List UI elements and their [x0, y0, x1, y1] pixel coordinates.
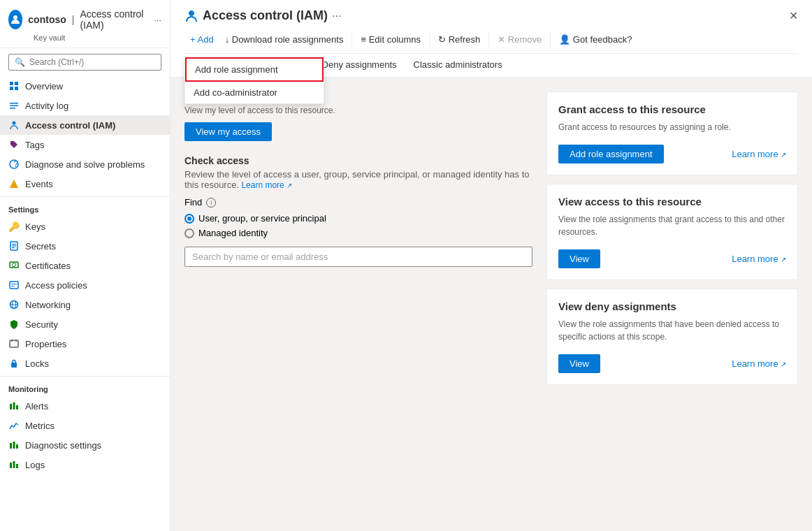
- feedback-button[interactable]: 👤 Got feedback?: [553, 31, 637, 48]
- networking-icon: [8, 299, 20, 310]
- svg-rect-33: [16, 444, 18, 449]
- iam-icon: [8, 119, 20, 131]
- view-deny-desc: View the role assignments that have been…: [558, 318, 786, 343]
- svg-rect-7: [10, 108, 15, 109]
- radio-group: User, group, or service principal Manage…: [184, 213, 532, 238]
- svg-rect-27: [11, 363, 17, 368]
- toolbar: + Add Add role assignment Add co-adminis…: [184, 29, 798, 53]
- tags-icon: [8, 139, 20, 150]
- svg-rect-13: [12, 244, 16, 245]
- svg-point-8: [13, 122, 16, 125]
- grant-access-desc: Grant access to resources by assigning a…: [558, 121, 786, 133]
- certs-icon: [8, 260, 20, 271]
- remove-button[interactable]: ✕ Remove: [492, 31, 547, 48]
- sidebar-item-label: Certificates: [25, 261, 71, 271]
- sidebar-item-label: Logs: [25, 460, 45, 470]
- page-title-icon: [184, 9, 198, 23]
- add-button[interactable]: + Add: [184, 31, 219, 48]
- search-box[interactable]: 🔍: [8, 54, 161, 71]
- download-button[interactable]: ↓ Download role assignments: [219, 31, 349, 48]
- overview-icon: [8, 80, 20, 92]
- sidebar-item-label: Metrics: [25, 421, 55, 431]
- tab-deny-assignments[interactable]: Deny assignments: [314, 54, 405, 77]
- view-access-card: View access to this resource View the ro…: [546, 184, 798, 280]
- view-access-button[interactable]: View: [558, 249, 600, 268]
- svg-point-17: [13, 263, 16, 267]
- edit-columns-button[interactable]: ≡ Edit columns: [355, 31, 426, 48]
- sidebar-item-activity-log[interactable]: Activity log: [0, 96, 170, 115]
- sidebar-item-security[interactable]: Security: [0, 314, 170, 334]
- svg-rect-36: [16, 464, 18, 468]
- view-deny-learn-more[interactable]: Learn more ↗: [732, 358, 786, 369]
- sidebar-item-diagnostic-settings[interactable]: Diagnostic settings: [0, 435, 170, 455]
- search-input[interactable]: [29, 57, 155, 67]
- ellipsis-icon[interactable]: ···: [154, 15, 161, 25]
- sidebar-item-label: Overview: [25, 81, 63, 92]
- svg-rect-24: [10, 340, 18, 347]
- svg-rect-19: [11, 284, 17, 284]
- ext-link-icon: ↗: [781, 151, 786, 159]
- sidebar-item-access-policies[interactable]: Access policies: [0, 275, 170, 295]
- sidebar-item-label: Locks: [25, 358, 49, 369]
- sidebar-item-metrics[interactable]: Metrics: [0, 416, 170, 435]
- svg-rect-35: [13, 461, 15, 468]
- close-button[interactable]: ✕: [789, 9, 798, 22]
- content-left: My access View my level of access to thi…: [184, 92, 532, 517]
- sidebar-item-networking[interactable]: Networking: [0, 295, 170, 314]
- radio-label-user-group-sp: User, group, or service principal: [198, 213, 326, 224]
- radio-managed-identity[interactable]: Managed identity: [184, 228, 532, 238]
- svg-rect-15: [12, 247, 15, 248]
- sidebar-item-locks[interactable]: Locks: [0, 354, 170, 373]
- sidebar-item-diagnose[interactable]: ? Diagnose and solve problems: [0, 154, 170, 174]
- sidebar-item-keys[interactable]: 🔑 Keys: [0, 217, 170, 236]
- policies-icon: [8, 279, 20, 291]
- sidebar-item-tags[interactable]: Tags: [0, 135, 170, 154]
- check-access-learn-more[interactable]: Learn more: [241, 180, 284, 190]
- main-content: Access control (IAM) ··· ✕ + Add Add rol…: [171, 0, 812, 531]
- radio-user-group-sp[interactable]: User, group, or service principal: [184, 213, 532, 224]
- check-access-title: Check access: [184, 155, 532, 166]
- check-access-search-input[interactable]: [184, 247, 532, 267]
- sidebar-item-secrets[interactable]: Secrets: [0, 236, 170, 256]
- view-deny-button[interactable]: View: [558, 354, 600, 373]
- tab-classic-admins[interactable]: Classic administrators: [405, 54, 511, 77]
- view-deny-card: View deny assignments View the role assi…: [546, 289, 798, 385]
- grant-access-card: Grant access to this resource Grant acce…: [546, 92, 798, 175]
- settings-section-header: Settings: [0, 196, 170, 217]
- radio-dot-unselected: [184, 228, 194, 238]
- dropdown-add-co-admin[interactable]: Add co-administrator: [185, 82, 324, 103]
- diagnose-icon: ?: [8, 159, 20, 170]
- locks-icon: [8, 358, 20, 369]
- ellipsis-btn[interactable]: ···: [332, 10, 341, 22]
- sidebar-item-label: Security: [25, 319, 58, 330]
- find-label: Find: [184, 197, 202, 208]
- dropdown-add-role[interactable]: Add role assignment: [185, 57, 324, 82]
- secrets-icon: [8, 240, 20, 252]
- sidebar-item-properties[interactable]: Properties: [0, 334, 170, 354]
- view-my-access-button[interactable]: View my access: [184, 122, 272, 141]
- resource-name: contoso: [28, 14, 66, 25]
- search-icon: 🔍: [15, 57, 25, 67]
- page-title-sidebar: Access control (IAM): [80, 8, 145, 31]
- sidebar-item-events[interactable]: Events: [0, 174, 170, 194]
- page-title: Access control (IAM): [203, 8, 328, 23]
- svg-rect-2: [15, 82, 18, 85]
- sidebar-item-logs[interactable]: Logs: [0, 455, 170, 474]
- grant-access-learn-more[interactable]: Learn more ↗: [732, 149, 786, 159]
- sidebar-item-overview[interactable]: Overview: [0, 76, 170, 96]
- svg-text:?: ?: [13, 159, 18, 169]
- activity-log-icon: [8, 100, 20, 111]
- check-access-desc: Review the level of access a user, group…: [184, 169, 532, 190]
- view-access-learn-more[interactable]: Learn more ↗: [732, 254, 786, 264]
- sidebar-item-iam[interactable]: Access control (IAM): [0, 115, 170, 135]
- sidebar-item-alerts[interactable]: Alerts: [0, 396, 170, 416]
- keys-icon: 🔑: [8, 221, 20, 232]
- add-role-assignment-button[interactable]: Add role assignment: [558, 145, 664, 163]
- toolbar-separator-2: [429, 33, 430, 47]
- svg-rect-18: [10, 282, 18, 289]
- sidebar-item-label: Alerts: [25, 401, 48, 412]
- svg-rect-29: [13, 402, 15, 409]
- refresh-button[interactable]: ↻ Refresh: [433, 31, 486, 48]
- sidebar-item-certificates[interactable]: Certificates: [0, 256, 170, 275]
- view-deny-footer: View Learn more ↗: [558, 354, 786, 373]
